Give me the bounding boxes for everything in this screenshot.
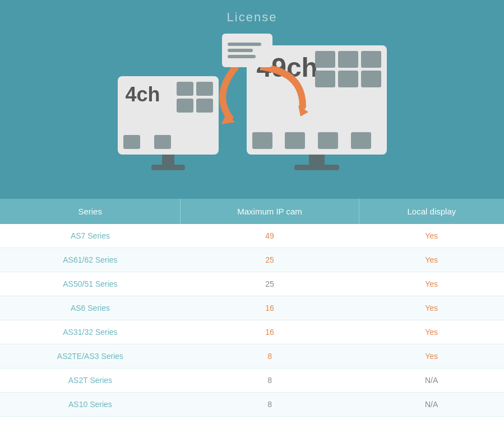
grid-cell bbox=[154, 135, 171, 149]
col-header-maxcam: Maximum IP cam bbox=[181, 199, 359, 224]
cell-series: AS10 Series bbox=[0, 393, 181, 417]
grid-cell bbox=[123, 135, 140, 149]
cell-local-display: Yes bbox=[359, 344, 504, 368]
cell-max-cam: 8 bbox=[181, 368, 359, 393]
monitor-stand-base-small bbox=[151, 165, 185, 170]
cell-series: AS61/62 Series bbox=[0, 248, 181, 272]
comparison-table: Series Maximum IP cam Local display AS7 … bbox=[0, 199, 504, 417]
cell-max-cam: 25 bbox=[181, 248, 359, 272]
illustration-area: License 4ch bbox=[0, 0, 504, 199]
license-line-3 bbox=[228, 55, 256, 58]
cell-local-display: N/A bbox=[359, 368, 504, 393]
grid-cell bbox=[361, 51, 381, 68]
col-header-local: Local display bbox=[359, 199, 504, 224]
grid-cell bbox=[315, 71, 335, 87]
cell-max-cam: 8 bbox=[181, 344, 359, 368]
license-card bbox=[222, 34, 272, 67]
cell-series: AS7 Series bbox=[0, 224, 181, 248]
cell-local-display: N/A bbox=[359, 393, 504, 417]
cell-max-cam: 16 bbox=[181, 296, 359, 320]
grid-cell bbox=[361, 71, 381, 87]
license-line-1 bbox=[228, 43, 261, 46]
cell-series: AS2T Series bbox=[0, 368, 181, 393]
license-label: License bbox=[227, 10, 278, 25]
grid-cell bbox=[285, 132, 305, 149]
cell-max-cam: 8 bbox=[181, 393, 359, 417]
table-area: Series Maximum IP cam Local display AS7 … bbox=[0, 199, 504, 448]
large-grid-top bbox=[315, 51, 381, 87]
small-monitor-label: 4ch bbox=[126, 83, 160, 106]
cell-series: AS31/32 Series bbox=[0, 320, 181, 344]
monitor-stand-neck-small bbox=[162, 155, 174, 165]
table-row: AS61/62 Series25Yes bbox=[0, 248, 504, 272]
cell-series: AS50/51 Series bbox=[0, 272, 181, 296]
table-row: AS2T Series8N/A bbox=[0, 368, 504, 393]
grid-cell bbox=[318, 132, 338, 149]
grid-cell bbox=[338, 51, 358, 68]
cell-series: AS6 Series bbox=[0, 296, 181, 320]
table-row: AS7 Series49Yes bbox=[0, 224, 504, 248]
monitor-stand-base-large bbox=[294, 165, 339, 170]
grid-cell bbox=[315, 51, 335, 68]
cell-max-cam: 16 bbox=[181, 320, 359, 344]
cell-local-display: Yes bbox=[359, 224, 504, 248]
cell-local-display: Yes bbox=[359, 320, 504, 344]
monitor-stand-neck-large bbox=[309, 155, 325, 165]
page-wrapper: License 4ch bbox=[0, 0, 504, 448]
col-header-series: Series bbox=[0, 199, 181, 224]
cell-local-display: Yes bbox=[359, 248, 504, 272]
cell-max-cam: 25 bbox=[181, 272, 359, 296]
small-grid-bottom bbox=[123, 135, 213, 149]
table-row: AS31/32 Series16Yes bbox=[0, 320, 504, 344]
table-header-row: Series Maximum IP cam Local display bbox=[0, 199, 504, 224]
grid-cell bbox=[338, 71, 358, 87]
table-row: AS2TE/AS3 Series8Yes bbox=[0, 344, 504, 368]
cell-max-cam: 49 bbox=[181, 224, 359, 248]
table-row: AS50/51 Series25Yes bbox=[0, 272, 504, 296]
grid-cell bbox=[351, 132, 371, 149]
table-row: AS10 Series8N/A bbox=[0, 393, 504, 417]
grid-cell bbox=[252, 132, 272, 149]
table-row: AS6 Series16Yes bbox=[0, 296, 504, 320]
cell-local-display: Yes bbox=[359, 296, 504, 320]
cell-series: AS2TE/AS3 Series bbox=[0, 344, 181, 368]
license-line-2 bbox=[228, 49, 253, 52]
large-grid-bottom bbox=[252, 132, 381, 149]
cell-local-display: Yes bbox=[359, 272, 504, 296]
